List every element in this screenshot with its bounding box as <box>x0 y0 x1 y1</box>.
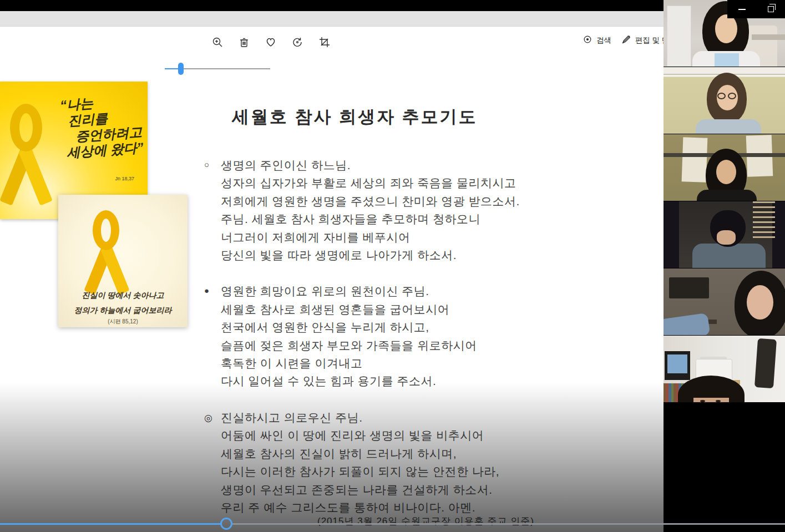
wall-posters <box>682 137 708 182</box>
participant-video-6[interactable] <box>664 336 785 402</box>
restore-button[interactable] <box>762 3 779 16</box>
screen: 검색 편집 및 만 “나는 진리를 증언하려고 세상에 왔다” Jn 18,37 <box>0 0 785 532</box>
scrubber-handle[interactable] <box>220 518 232 530</box>
zoom-in-icon[interactable] <box>208 33 227 52</box>
blue-fabric <box>664 313 710 335</box>
psalm-reference: (시편 85,12) <box>58 318 188 326</box>
menu-bar <box>0 11 664 27</box>
quote-calligraphy: “나는 진리를 증언하려고 세상에 왔다” <box>59 92 144 161</box>
zoom-slider-handle[interactable] <box>178 63 184 75</box>
playback-scrubber[interactable] <box>0 518 785 531</box>
search-label: 검색 <box>596 36 611 45</box>
bullet-dot: ● <box>204 282 221 390</box>
scrubber-track <box>232 523 785 525</box>
participants-panel <box>664 0 785 532</box>
prayer-paragraph-3: ◎ 진실하시고 의로우신 주님. 어둠에 싸인 이 땅에 진리와 생명의 빛을 … <box>204 409 537 516</box>
delete-icon[interactable] <box>235 33 254 52</box>
quote-reference: Jn 18,37 <box>115 176 134 181</box>
edit-create-button[interactable]: 편집 및 만 <box>621 34 664 47</box>
zoom-slider[interactable] <box>165 62 270 75</box>
visual-search-icon <box>583 34 592 47</box>
edit-label: 편집 및 만 <box>635 36 664 45</box>
bullet-double-circle: ◎ <box>204 409 221 516</box>
edit-icon <box>621 34 631 47</box>
prayer-paragraph-2: ● 영원한 희망이요 위로의 원천이신 주님. 세월호 참사로 희생된 영혼들을… <box>204 282 537 390</box>
participant-video-4[interactable] <box>664 201 785 268</box>
prayer-paragraph-1: ○ 생명의 주인이신 하느님. 성자의 십자가와 부활로 세상의 죄와 죽음을 … <box>204 156 537 264</box>
participant-video-3[interactable] <box>664 134 785 201</box>
wall-tv <box>669 277 709 298</box>
yellow-ribbon-psalm-image: 진실이 땅에서 솟아나고 정의가 하늘에서 굽어보리라 (시편 85,12) <box>58 195 188 327</box>
glasses <box>717 93 726 99</box>
window-controls <box>727 0 785 18</box>
prayer-text: ○ 생명의 주인이신 하느님. 성자의 십자가와 부활로 세상의 죄와 죽음을 … <box>204 156 537 532</box>
window-blinds <box>753 201 775 239</box>
restore-icon <box>768 6 774 12</box>
page-title: 세월호 참사 희생자 추모기도 <box>232 105 478 129</box>
search-button[interactable]: 검색 <box>583 34 618 47</box>
participant-video-2[interactable] <box>664 67 785 134</box>
favorite-icon[interactable] <box>261 33 280 52</box>
minimize-button[interactable] <box>733 3 750 16</box>
participant-video-5[interactable] <box>664 268 785 335</box>
rotate-icon[interactable] <box>288 33 307 52</box>
minimize-icon <box>738 9 746 10</box>
kitchen-background <box>667 6 691 67</box>
psalm-calligraphy: 진실이 땅에서 솟아나고 정의가 하늘에서 굽어보리라 <box>58 288 188 317</box>
scrubber-progress <box>0 523 221 525</box>
photos-toolbar: 검색 편집 및 만 <box>0 27 664 55</box>
crop-icon[interactable] <box>315 33 334 52</box>
title-bar <box>0 0 664 11</box>
bullet-circle: ○ <box>204 156 221 264</box>
hanging-clothes <box>754 338 777 388</box>
